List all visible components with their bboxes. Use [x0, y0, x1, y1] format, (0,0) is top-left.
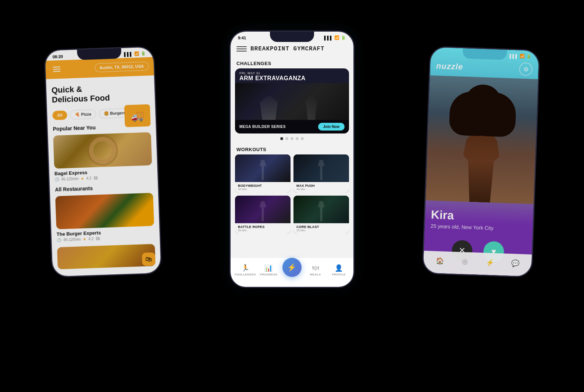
bagel-time: 45-120min [61, 177, 79, 181]
profile-photo [425, 75, 538, 204]
restaurant-card-bagel[interactable]: Bagel Express 🕐 45-120min ★ 4.2 $$ [53, 132, 152, 181]
progress-nav-label: PROGRESS [260, 273, 278, 276]
wifi-icon-center: 📶 [334, 35, 339, 40]
challenges-section-title: CHALLENGES [231, 57, 353, 68]
food-app-title: Quick & Delicious Food [51, 83, 115, 105]
workout-duration-3: 30 Min. [238, 229, 288, 232]
carousel-dots [231, 137, 353, 140]
workout-image-3 [235, 196, 291, 223]
wifi-icon-left: 📶 [134, 51, 139, 56]
battery-icon-right: 🔋 [526, 54, 531, 59]
chicken-image [57, 244, 156, 269]
meals-nav-label: MEALS [310, 273, 321, 276]
dot-2[interactable] [285, 137, 288, 140]
nav-item-progress[interactable]: 📊 PROGRESS [257, 264, 281, 276]
signal-icon-left: ▌▌▌ [124, 52, 133, 57]
notch-left [77, 48, 121, 60]
signal-icon-center: ▌▌▌ [324, 36, 333, 40]
nav-item-profile[interactable]: 👤 PROFILE [327, 264, 350, 276]
hamburger-menu-button[interactable] [51, 63, 63, 75]
bagel-rating: 4.2 [86, 176, 92, 180]
banner-top: FRI, MAY 31 ARM EXTRAVAGANZA [235, 68, 349, 83]
dating-nav-bolt[interactable]: ⚡ [484, 256, 496, 268]
dot-1[interactable] [280, 137, 283, 140]
all-restaurants-title: All Restaurants [55, 183, 153, 192]
phone-food-app: 08:20 ▌▌▌ 📶 🔋 Austin, TX, 90012, USA Qui… [44, 46, 162, 278]
dot-3[interactable] [291, 137, 293, 140]
scene: 08:20 ▌▌▌ 📶 🔋 Austin, TX, 90012, USA Qui… [0, 0, 584, 392]
burger-price: $$ [96, 236, 100, 240]
gym-header: BREAKPOINT GYMCRAFT [231, 42, 353, 57]
dating-bottom-nav: 🏠 ◎ ⚡ 💬 [423, 251, 532, 277]
workout-info-2: MAX PUSH 40 Min. [293, 182, 349, 193]
bagel-image [53, 132, 152, 168]
join-now-button[interactable]: Join Now [318, 123, 345, 131]
status-icons-right: ▌▌▌ 📶 🔋 [509, 54, 531, 59]
gym-body: CHALLENGES FRI, MAY 31 ARM EXTRAVAGANZA … [231, 57, 353, 272]
workout-name-3: BATTLE ROPES [238, 225, 288, 229]
dating-nav-search[interactable]: ◎ [459, 256, 471, 268]
dot-5[interactable] [301, 137, 304, 140]
restaurant-card-burger[interactable]: The Burger Experts 🕐 45-120min ★ 4.2 $$ [55, 193, 154, 242]
workout-card-1[interactable]: BODYWEIGHT 35 Min. [235, 154, 291, 193]
star-icon: ★ [81, 177, 84, 181]
cart-icon: 🛍 [145, 255, 152, 263]
banner-date: FRI, MAY 31 [239, 71, 345, 75]
food-hero-image: 🚚 [124, 104, 151, 127]
signal-icon-right: ▌▌▌ [509, 54, 518, 58]
status-time-left: 08:20 [53, 54, 63, 59]
progress-icon: 📊 [264, 264, 273, 272]
workout-image-1 [235, 154, 291, 182]
battery-icon-center: 🔋 [341, 35, 346, 40]
nav-item-center[interactable]: ⚡ [280, 264, 304, 277]
workout-info-3: BATTLE ROPES 30 Min. [235, 223, 291, 234]
workout-image-2 [293, 154, 349, 182]
meals-icon: 🍽 [312, 264, 319, 272]
banner-image [235, 83, 349, 120]
workout-name-4: CORE BLAST [296, 225, 346, 229]
dot-4[interactable] [296, 137, 299, 140]
dating-nav-messages[interactable]: 💬 [509, 257, 521, 270]
status-icons-left: ▌▌▌ 📶 🔋 [124, 51, 146, 57]
workout-grid: BODYWEIGHT 35 Min. MAX PUSH 40 Min. [231, 154, 353, 238]
profile-name: Kira [431, 208, 527, 225]
filter-all[interactable]: All [52, 110, 67, 120]
nav-item-challenges[interactable]: 🏃 CHALLENGES [234, 264, 257, 276]
status-icons-center: ▌▌▌ 📶 🔋 [324, 35, 346, 40]
filter-pizza[interactable]: 🍕 Pizza [70, 109, 96, 119]
workout-name-2: MAX PUSH [296, 184, 346, 188]
nuzzle-logo: nuzzle [436, 61, 463, 72]
workout-card-4[interactable]: CORE BLAST 25 Min. [293, 196, 349, 234]
restaurant-card-chicken[interactable] [57, 244, 156, 269]
location-display[interactable]: Austin, TX, 90012, USA [95, 62, 149, 72]
cart-button[interactable]: 🛍 [142, 252, 156, 266]
food-app-body: Quick & Delicious Food 🚚 All 🍕 Pizza 🍔 B… [46, 75, 161, 277]
challenge-banner[interactable]: FRI, MAY 31 ARM EXTRAVAGANZA MEGA BUILDE… [235, 68, 349, 133]
workout-image-4 [293, 196, 349, 223]
gym-menu-button[interactable] [236, 44, 247, 54]
workout-info-4: CORE BLAST 25 Min. [293, 223, 349, 234]
workout-duration-2: 40 Min. [296, 188, 346, 191]
burger-time: 45-120min [63, 237, 81, 242]
challenges-nav-label: CHALLENGES [235, 273, 256, 276]
star-icon-2: ★ [83, 237, 86, 241]
gym-center-icon: ⚡ [287, 263, 296, 272]
workout-card-3[interactable]: BATTLE ROPES 30 Min. [235, 196, 291, 234]
dating-nav-home[interactable]: 🏠 [434, 255, 446, 267]
truck-icon: 🚚 [131, 110, 144, 122]
search-circle-icon: ◎ [462, 257, 468, 266]
banner-title: ARM EXTRAVAGANZA [239, 75, 345, 82]
clock-icon: 🕐 [54, 177, 59, 181]
home-icon: 🏠 [435, 257, 444, 265]
phone-gymcraft: 9:41 ▌▌▌ 📶 🔋 BREAKPOINT GYMCRAFT CHALLEN… [229, 31, 355, 288]
nav-item-meals[interactable]: 🍽 MEALS [304, 264, 327, 276]
burger-image [55, 193, 154, 229]
profile-icon: 👤 [335, 264, 343, 272]
workout-duration-4: 25 Min. [296, 229, 346, 232]
chat-icon: 💬 [511, 259, 520, 268]
workouts-section-title: WORKOUTS [231, 143, 353, 154]
settings-button[interactable]: ⚙ [519, 62, 533, 76]
workout-card-2[interactable]: MAX PUSH 40 Min. [293, 154, 349, 193]
settings-icon: ⚙ [523, 65, 529, 72]
center-nav-button[interactable]: ⚡ [282, 258, 302, 277]
